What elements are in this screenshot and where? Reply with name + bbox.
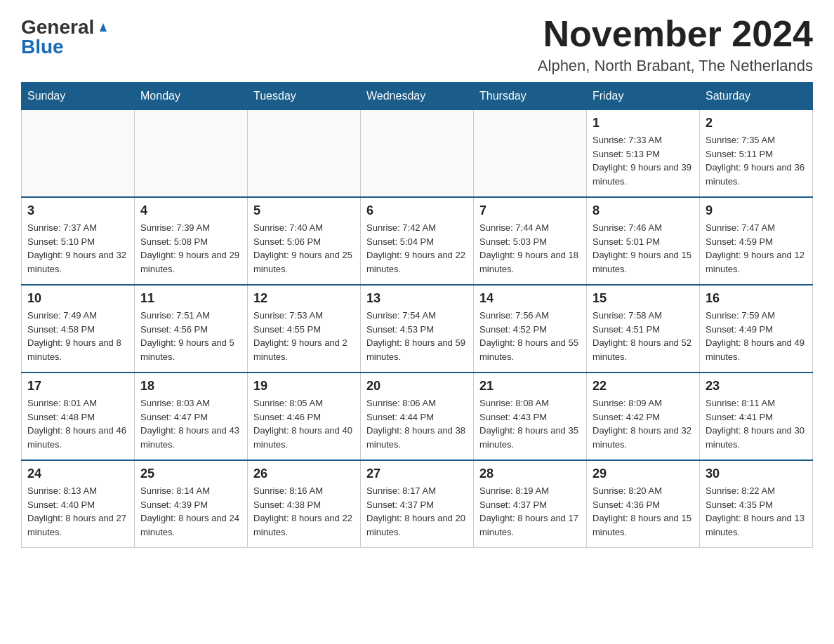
weekday-header-thursday: Thursday bbox=[474, 83, 587, 110]
day-number: 17 bbox=[27, 379, 128, 394]
day-info: Sunrise: 7:56 AM Sunset: 4:52 PM Dayligh… bbox=[479, 309, 581, 363]
day-info: Sunrise: 8:09 AM Sunset: 4:42 PM Dayligh… bbox=[593, 396, 694, 451]
weekday-header-monday: Monday bbox=[135, 83, 248, 110]
day-number: 26 bbox=[253, 467, 355, 481]
calendar-cell: 22Sunrise: 8:09 AM Sunset: 4:42 PM Dayli… bbox=[587, 373, 700, 460]
calendar-cell bbox=[361, 110, 474, 198]
weekday-header-sunday: Sunday bbox=[22, 83, 135, 110]
calendar-cell bbox=[22, 110, 135, 198]
day-info: Sunrise: 8:16 AM Sunset: 4:38 PM Dayligh… bbox=[253, 484, 355, 539]
day-number: 12 bbox=[253, 291, 355, 306]
day-number: 24 bbox=[27, 467, 128, 481]
calendar-week-row: 1Sunrise: 7:33 AM Sunset: 5:13 PM Daylig… bbox=[22, 110, 813, 198]
day-number: 14 bbox=[479, 291, 581, 306]
location-title: Alphen, North Brabant, The Netherlands bbox=[538, 57, 813, 75]
calendar-cell: 13Sunrise: 7:54 AM Sunset: 4:53 PM Dayli… bbox=[361, 285, 474, 373]
day-number: 7 bbox=[479, 203, 581, 218]
day-number: 2 bbox=[706, 116, 807, 130]
calendar-week-row: 10Sunrise: 7:49 AM Sunset: 4:58 PM Dayli… bbox=[22, 285, 813, 373]
calendar-cell: 8Sunrise: 7:46 AM Sunset: 5:01 PM Daylig… bbox=[587, 197, 700, 285]
logo-general-text: General bbox=[21, 18, 94, 37]
calendar-cell: 29Sunrise: 8:20 AM Sunset: 4:36 PM Dayli… bbox=[587, 460, 700, 548]
day-info: Sunrise: 7:46 AM Sunset: 5:01 PM Dayligh… bbox=[593, 221, 694, 276]
calendar-cell: 23Sunrise: 8:11 AM Sunset: 4:41 PM Dayli… bbox=[700, 373, 813, 460]
calendar-cell: 28Sunrise: 8:19 AM Sunset: 4:37 PM Dayli… bbox=[474, 460, 587, 548]
day-number: 5 bbox=[253, 203, 355, 218]
day-info: Sunrise: 7:49 AM Sunset: 4:58 PM Dayligh… bbox=[27, 309, 128, 363]
calendar-cell bbox=[248, 110, 361, 198]
calendar-cell: 9Sunrise: 7:47 AM Sunset: 4:59 PM Daylig… bbox=[700, 197, 813, 285]
calendar-week-row: 3Sunrise: 7:37 AM Sunset: 5:10 PM Daylig… bbox=[22, 197, 813, 285]
calendar-cell: 25Sunrise: 8:14 AM Sunset: 4:39 PM Dayli… bbox=[135, 460, 248, 548]
day-info: Sunrise: 7:47 AM Sunset: 4:59 PM Dayligh… bbox=[706, 221, 807, 276]
calendar-cell: 7Sunrise: 7:44 AM Sunset: 5:03 PM Daylig… bbox=[474, 197, 587, 285]
weekday-header-saturday: Saturday bbox=[700, 83, 813, 110]
day-info: Sunrise: 8:08 AM Sunset: 4:43 PM Dayligh… bbox=[479, 396, 581, 451]
day-number: 30 bbox=[706, 467, 807, 481]
day-number: 23 bbox=[706, 379, 807, 394]
calendar-cell: 17Sunrise: 8:01 AM Sunset: 4:48 PM Dayli… bbox=[22, 373, 135, 460]
day-number: 13 bbox=[366, 291, 468, 306]
day-info: Sunrise: 7:58 AM Sunset: 4:51 PM Dayligh… bbox=[593, 309, 694, 363]
day-number: 16 bbox=[706, 291, 807, 306]
calendar-cell: 10Sunrise: 7:49 AM Sunset: 4:58 PM Dayli… bbox=[22, 285, 135, 373]
calendar-cell: 15Sunrise: 7:58 AM Sunset: 4:51 PM Dayli… bbox=[587, 285, 700, 373]
day-info: Sunrise: 7:33 AM Sunset: 5:13 PM Dayligh… bbox=[593, 133, 694, 188]
day-number: 20 bbox=[366, 379, 468, 394]
day-info: Sunrise: 7:37 AM Sunset: 5:10 PM Dayligh… bbox=[27, 221, 128, 276]
calendar-cell: 24Sunrise: 8:13 AM Sunset: 4:40 PM Dayli… bbox=[22, 460, 135, 548]
day-number: 4 bbox=[140, 203, 241, 218]
calendar-cell: 12Sunrise: 7:53 AM Sunset: 4:55 PM Dayli… bbox=[248, 285, 361, 373]
calendar-cell: 18Sunrise: 8:03 AM Sunset: 4:47 PM Dayli… bbox=[135, 373, 248, 460]
logo-blue-text: Blue bbox=[21, 36, 64, 58]
day-info: Sunrise: 8:20 AM Sunset: 4:36 PM Dayligh… bbox=[593, 484, 694, 539]
day-info: Sunrise: 7:42 AM Sunset: 5:04 PM Dayligh… bbox=[366, 221, 468, 276]
day-number: 15 bbox=[593, 291, 694, 306]
calendar-cell: 4Sunrise: 7:39 AM Sunset: 5:08 PM Daylig… bbox=[135, 197, 248, 285]
weekday-header-tuesday: Tuesday bbox=[248, 83, 361, 110]
day-info: Sunrise: 8:06 AM Sunset: 4:44 PM Dayligh… bbox=[366, 396, 468, 451]
day-number: 27 bbox=[366, 467, 468, 481]
day-number: 18 bbox=[140, 379, 241, 394]
day-info: Sunrise: 8:22 AM Sunset: 4:35 PM Dayligh… bbox=[706, 484, 807, 539]
calendar-cell bbox=[135, 110, 248, 198]
day-number: 1 bbox=[593, 116, 694, 130]
day-info: Sunrise: 8:11 AM Sunset: 4:41 PM Dayligh… bbox=[706, 396, 807, 451]
day-number: 6 bbox=[366, 203, 468, 218]
day-info: Sunrise: 8:19 AM Sunset: 4:37 PM Dayligh… bbox=[479, 484, 581, 539]
day-info: Sunrise: 7:39 AM Sunset: 5:08 PM Dayligh… bbox=[140, 221, 241, 276]
calendar-table: SundayMondayTuesdayWednesdayThursdayFrid… bbox=[21, 82, 813, 548]
day-info: Sunrise: 8:17 AM Sunset: 4:37 PM Dayligh… bbox=[366, 484, 468, 539]
day-info: Sunrise: 8:13 AM Sunset: 4:40 PM Dayligh… bbox=[27, 484, 128, 539]
calendar-cell: 5Sunrise: 7:40 AM Sunset: 5:06 PM Daylig… bbox=[248, 197, 361, 285]
month-title: November 2024 bbox=[538, 14, 813, 54]
calendar-cell: 30Sunrise: 8:22 AM Sunset: 4:35 PM Dayli… bbox=[700, 460, 813, 548]
day-number: 3 bbox=[27, 203, 128, 218]
calendar-header-row: SundayMondayTuesdayWednesdayThursdayFrid… bbox=[22, 83, 813, 110]
day-number: 19 bbox=[253, 379, 355, 394]
calendar-cell: 1Sunrise: 7:33 AM Sunset: 5:13 PM Daylig… bbox=[587, 110, 700, 198]
day-info: Sunrise: 8:03 AM Sunset: 4:47 PM Dayligh… bbox=[140, 396, 241, 451]
calendar-cell: 26Sunrise: 8:16 AM Sunset: 4:38 PM Dayli… bbox=[248, 460, 361, 548]
weekday-header-friday: Friday bbox=[587, 83, 700, 110]
day-info: Sunrise: 7:44 AM Sunset: 5:03 PM Dayligh… bbox=[479, 221, 581, 276]
calendar-cell: 2Sunrise: 7:35 AM Sunset: 5:11 PM Daylig… bbox=[700, 110, 813, 198]
day-number: 8 bbox=[593, 203, 694, 218]
day-number: 28 bbox=[479, 467, 581, 481]
day-info: Sunrise: 7:59 AM Sunset: 4:49 PM Dayligh… bbox=[706, 309, 807, 363]
svg-marker-0 bbox=[100, 23, 107, 32]
page-header: General Blue November 2024 Alphen, North… bbox=[21, 14, 813, 75]
day-number: 10 bbox=[27, 291, 128, 306]
calendar-cell: 19Sunrise: 8:05 AM Sunset: 4:46 PM Dayli… bbox=[248, 373, 361, 460]
day-number: 11 bbox=[140, 291, 241, 306]
day-number: 25 bbox=[140, 467, 241, 481]
calendar-cell: 3Sunrise: 7:37 AM Sunset: 5:10 PM Daylig… bbox=[22, 197, 135, 285]
day-info: Sunrise: 7:51 AM Sunset: 4:56 PM Dayligh… bbox=[140, 309, 241, 363]
day-info: Sunrise: 8:01 AM Sunset: 4:48 PM Dayligh… bbox=[27, 396, 128, 451]
calendar-week-row: 17Sunrise: 8:01 AM Sunset: 4:48 PM Dayli… bbox=[22, 373, 813, 460]
calendar-cell: 14Sunrise: 7:56 AM Sunset: 4:52 PM Dayli… bbox=[474, 285, 587, 373]
calendar-cell: 21Sunrise: 8:08 AM Sunset: 4:43 PM Dayli… bbox=[474, 373, 587, 460]
day-info: Sunrise: 7:53 AM Sunset: 4:55 PM Dayligh… bbox=[253, 309, 355, 363]
day-number: 9 bbox=[706, 203, 807, 218]
logo: General Blue bbox=[21, 14, 111, 57]
